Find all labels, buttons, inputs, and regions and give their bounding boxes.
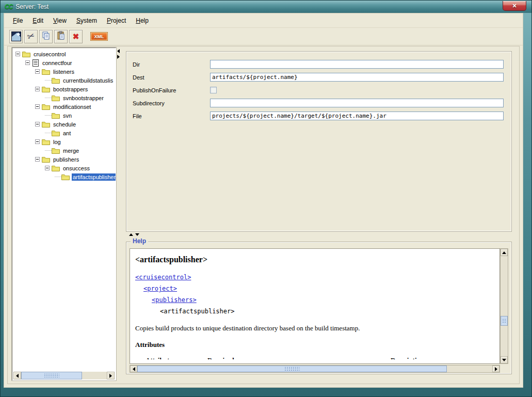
menu-project[interactable]: Project bbox=[104, 16, 128, 25]
collapse-left-icon[interactable] bbox=[117, 49, 120, 53]
right-column: Dir Dest PublishOnFailure Subdirectory bbox=[122, 47, 517, 380]
publishonfailure-checkbox[interactable] bbox=[210, 87, 217, 93]
tree-node-merge[interactable]: merge bbox=[12, 146, 116, 155]
copy-button[interactable] bbox=[39, 30, 53, 43]
menu-edit[interactable]: Edit bbox=[30, 16, 46, 25]
folder-icon bbox=[42, 138, 50, 145]
paste-button[interactable] bbox=[54, 30, 68, 43]
help-link-publishers[interactable]: <publishers> bbox=[152, 296, 197, 304]
help-vertical-scrollbar[interactable] bbox=[500, 248, 508, 364]
folder-icon bbox=[52, 130, 60, 136]
form-row: Dest bbox=[133, 71, 504, 84]
arrow-left-icon bbox=[16, 374, 19, 378]
folder-icon bbox=[52, 77, 60, 84]
expand-right-icon[interactable] bbox=[117, 55, 120, 59]
window-titlebar[interactable]: CC Server: Test ✕ bbox=[1, 1, 531, 13]
tree-node-schedule[interactable]: schedule bbox=[12, 120, 116, 129]
delete-button[interactable]: ✖ bbox=[69, 30, 83, 43]
tree-expand-handle[interactable] bbox=[35, 87, 40, 91]
close-button[interactable]: ✕ bbox=[503, 1, 526, 11]
tree-node-listeners[interactable]: listeners bbox=[12, 67, 116, 76]
cut-button[interactable]: ✂ bbox=[24, 30, 38, 43]
subdirectory-field[interactable] bbox=[210, 99, 504, 107]
tree-node-log[interactable]: log bbox=[12, 137, 116, 146]
xml-view-button[interactable]: XML bbox=[90, 32, 108, 41]
vertical-split-divider[interactable] bbox=[116, 47, 122, 380]
folder-icon bbox=[42, 68, 50, 75]
tree-expand-handle[interactable] bbox=[35, 139, 40, 144]
horizontal-split-divider[interactable] bbox=[126, 232, 512, 238]
help-link-project[interactable]: <project> bbox=[143, 285, 177, 292]
expand-down-icon[interactable] bbox=[135, 233, 139, 236]
scroll-up-button[interactable] bbox=[501, 249, 508, 256]
dest-field[interactable] bbox=[210, 73, 504, 82]
tree-node-label: bootstrappers bbox=[52, 86, 89, 93]
tree-expand-handle[interactable] bbox=[45, 166, 50, 170]
tree-expand-handle[interactable] bbox=[25, 60, 30, 65]
scroll-left-button[interactable] bbox=[13, 372, 21, 379]
help-attributes-table: Attribute Required Description bbox=[135, 356, 494, 359]
menu-file[interactable]: File bbox=[10, 16, 25, 25]
field-label-publishonfailure: PublishOnFailure bbox=[133, 87, 210, 93]
tree-node-label: currentbuildstatuslis bbox=[62, 77, 114, 84]
scroll-right-button[interactable] bbox=[107, 372, 115, 379]
tree-node-label: svnbootstrapper bbox=[62, 94, 105, 102]
tree-node-cruisecontrol[interactable]: cruisecontrol bbox=[12, 50, 116, 58]
file-field[interactable] bbox=[210, 112, 504, 120]
menu-system[interactable]: System bbox=[74, 16, 100, 25]
tree-node-onsuccess[interactable]: onsuccess bbox=[12, 164, 116, 172]
delete-icon: ✖ bbox=[73, 33, 79, 40]
help-link-cruisecontrol[interactable]: <cruisecontrol> bbox=[135, 274, 191, 281]
tree-node-bootstrappers[interactable]: bootstrappers bbox=[12, 85, 116, 93]
tree-node-svnbootstrapper[interactable]: svnbootstrapper bbox=[12, 93, 116, 102]
tree-node-label: svn bbox=[62, 112, 73, 119]
folder-icon bbox=[52, 147, 60, 154]
tree-node-ant[interactable]: ant bbox=[12, 129, 116, 137]
tree-expand-handle[interactable] bbox=[15, 52, 20, 56]
tree-node-svn[interactable]: svn bbox=[12, 111, 116, 120]
form-row: File bbox=[133, 109, 504, 122]
tree-expand-handle[interactable] bbox=[35, 122, 40, 126]
tree-node-label: publishers bbox=[52, 156, 80, 163]
form-row: Subdirectory bbox=[133, 97, 504, 109]
dir-field[interactable] bbox=[210, 60, 504, 69]
tree-expand-handle[interactable] bbox=[35, 69, 40, 74]
tree-node-currentbuildstatuslis[interactable]: currentbuildstatuslis bbox=[12, 76, 116, 85]
form-row: PublishOnFailure bbox=[133, 84, 504, 97]
tree-node-publishers[interactable]: publishers bbox=[12, 155, 116, 164]
help-hscrollbar-thumb[interactable] bbox=[137, 366, 447, 372]
save-button[interactable] bbox=[9, 30, 23, 43]
tree-node-label: merge bbox=[62, 147, 80, 154]
menu-view[interactable]: View bbox=[51, 16, 69, 25]
scroll-left-button[interactable] bbox=[130, 366, 137, 372]
help-panel-title: Help bbox=[131, 237, 148, 245]
paste-icon bbox=[56, 31, 66, 42]
help-horizontal-scrollbar[interactable] bbox=[130, 365, 500, 373]
arrow-up-icon bbox=[502, 251, 506, 254]
tree-connector bbox=[45, 80, 52, 81]
folder-icon bbox=[61, 173, 70, 180]
folder-icon bbox=[42, 86, 50, 92]
tree-node-label: modificationset bbox=[52, 103, 92, 110]
scroll-down-button[interactable] bbox=[501, 356, 508, 363]
save-icon bbox=[11, 31, 21, 41]
close-icon: ✕ bbox=[512, 3, 517, 9]
tree-scrollbar-thumb[interactable] bbox=[21, 372, 82, 379]
tree-node-artifactspublisher[interactable]: artifactspublisher bbox=[12, 172, 116, 181]
tree-panel: cruisecontrolconnectfourlistenerscurrent… bbox=[12, 47, 116, 380]
help-vscrollbar-thumb[interactable] bbox=[501, 316, 508, 326]
tree-expand-handle[interactable] bbox=[35, 104, 40, 109]
tree-connector bbox=[45, 133, 52, 133]
collapse-up-icon[interactable] bbox=[129, 233, 133, 236]
tree-node-connectfour[interactable]: connectfour bbox=[12, 58, 116, 67]
menu-help[interactable]: Help bbox=[133, 16, 151, 25]
scroll-right-button[interactable] bbox=[492, 366, 499, 372]
config-tree: cruisecontrolconnectfourlistenerscurrent… bbox=[12, 48, 116, 372]
tree-expand-handle[interactable] bbox=[35, 157, 40, 162]
help-heading: <artifactspublisher> bbox=[135, 255, 494, 264]
tree-connector bbox=[45, 98, 52, 98]
tree-node-modificationset[interactable]: modificationset bbox=[12, 102, 116, 111]
table-header-description: Description bbox=[391, 356, 424, 359]
tree-horizontal-scrollbar[interactable] bbox=[13, 372, 115, 379]
cut-icon: ✂ bbox=[26, 31, 36, 42]
